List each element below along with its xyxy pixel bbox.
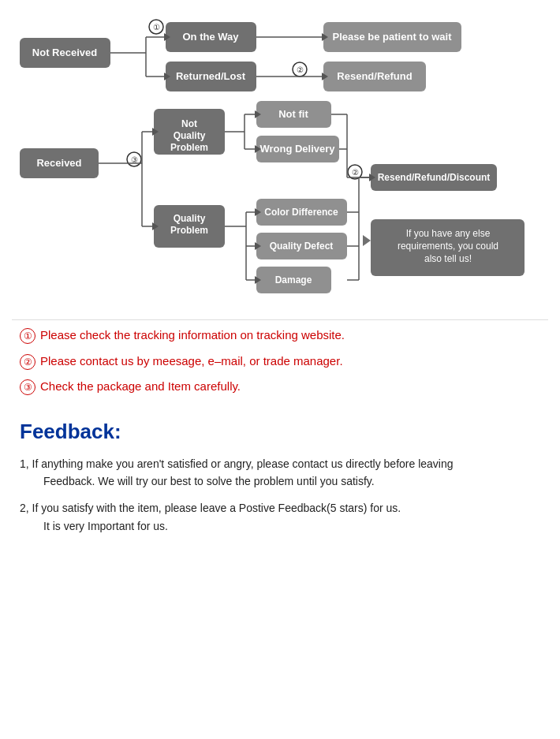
info-line-1: ① Please check the tracking information …: [20, 327, 540, 345]
feedback-item-2-indent: It is very Important for us.: [20, 517, 540, 535]
svg-text:If you have any else: If you have any else: [406, 228, 491, 239]
feedback-item-2: 2, If you satisfy with the item, please …: [20, 499, 540, 535]
flowchart-section: Not Received On the Way Returned/Lost Pl…: [12, 8, 548, 319]
svg-text:requirements, you could: requirements, you could: [398, 241, 498, 252]
svg-text:Quality: Quality: [174, 213, 206, 224]
svg-text:Not fit: Not fit: [278, 108, 308, 120]
svg-text:Returned/Lost: Returned/Lost: [176, 70, 246, 82]
feedback-item-1-prefix: 1,: [20, 457, 29, 470]
info-num-2: ②: [20, 354, 35, 370]
svg-text:Please be patient to wait: Please be patient to wait: [333, 31, 453, 43]
info-num-3: ③: [20, 379, 35, 395]
svg-text:Quality Defect: Quality Defect: [270, 241, 334, 252]
svg-text:Color Difference: Color Difference: [264, 207, 338, 218]
flowchart-svg: Not Received On the Way Returned/Lost Pl…: [16, 16, 552, 312]
info-text-3: Check the package and Item carefully.: [40, 378, 241, 396]
info-text-2: Please contact us by meesage, e–mail, or…: [40, 353, 343, 371]
svg-text:Resend/Refund/Discount: Resend/Refund/Discount: [378, 172, 491, 183]
info-section: ① Please check the tracking information …: [12, 319, 548, 408]
svg-text:Not: Not: [181, 118, 197, 129]
svg-text:also tell us!: also tell us!: [424, 253, 472, 264]
feedback-item-1: 1, If anything make you aren't satisfied…: [20, 455, 540, 491]
svg-text:Resend/Refund: Resend/Refund: [337, 70, 412, 82]
feedback-item-1-indent: Feedback. We will try our best to solve …: [20, 472, 540, 490]
svg-text:Damage: Damage: [275, 274, 312, 286]
svg-text:②: ②: [352, 168, 359, 177]
feedback-section: Feedback: 1, If anything make you aren't…: [12, 408, 548, 553]
feedback-title: Feedback:: [20, 420, 540, 444]
svg-text:Received: Received: [36, 157, 81, 169]
feedback-item-1-main: If anything make you aren't satisfied or…: [32, 457, 454, 470]
svg-marker-35: [363, 235, 371, 246]
info-text-1: Please check the tracking information on…: [40, 327, 345, 345]
feedback-item-2-prefix: 2,: [20, 502, 29, 514]
info-line-2: ② Please contact us by meesage, e–mail, …: [20, 353, 540, 371]
svg-text:①: ①: [153, 23, 160, 32]
svg-text:On the Way: On the Way: [182, 31, 239, 43]
page-wrapper: Not Received On the Way Returned/Lost Pl…: [0, 0, 560, 568]
svg-text:Not Received: Not Received: [32, 47, 97, 58]
info-num-1: ①: [20, 328, 35, 344]
svg-text:Wrong Delivery: Wrong Delivery: [259, 143, 335, 155]
svg-text:Problem: Problem: [170, 142, 208, 153]
feedback-item-2-main: If you satisfy with the item, please lea…: [32, 502, 401, 514]
info-line-3: ③ Check the package and Item carefully.: [20, 378, 540, 396]
svg-text:Problem: Problem: [170, 225, 208, 236]
svg-text:②: ②: [297, 65, 304, 74]
svg-text:Quality: Quality: [174, 130, 206, 141]
